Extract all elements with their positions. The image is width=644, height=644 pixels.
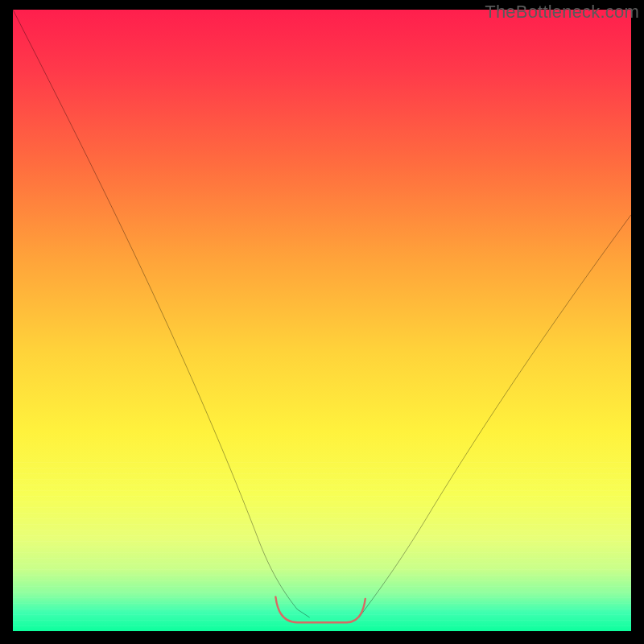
watermark-text: TheBottleneck.com [485,2,639,23]
plot-area [13,10,631,631]
curve-left-branch [13,10,310,617]
curve-right-branch [359,215,631,617]
trough-marker [275,597,365,623]
chart-frame: TheBottleneck.com [0,0,644,644]
chart-svg [13,10,631,631]
